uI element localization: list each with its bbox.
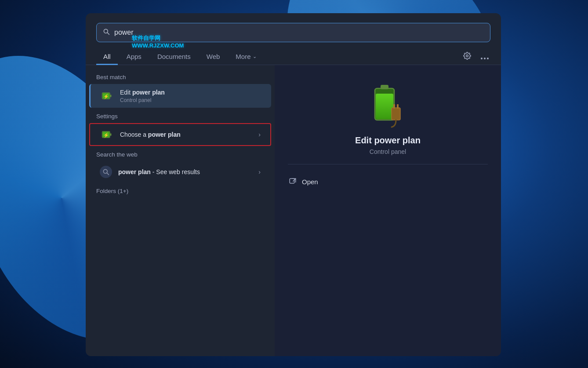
section-label-web: Search the web: [86, 151, 275, 161]
open-button[interactable]: Open: [288, 173, 318, 190]
content-area: Best match ⚡ Edit power plan Control pan…: [86, 65, 501, 356]
tab-apps[interactable]: Apps: [120, 49, 149, 65]
result-web-title: power plan - See web results: [118, 168, 252, 176]
section-search-web: Search the web power plan - See web resu…: [86, 151, 275, 182]
svg-rect-18: [376, 94, 393, 119]
section-label-folders: Folders (1+): [86, 188, 275, 198]
svg-text:⚡: ⚡: [103, 132, 109, 138]
tab-documents[interactable]: Documents: [150, 49, 198, 65]
svg-point-2: [466, 55, 468, 57]
search-input[interactable]: [114, 29, 484, 36]
arrow-right-icon: ›: [258, 131, 261, 138]
result-choose-power-plan-text: Choose a power plan: [120, 131, 252, 138]
tab-web[interactable]: Web: [200, 49, 227, 65]
svg-point-5: [487, 58, 489, 59]
tab-more[interactable]: More ⌄: [229, 49, 263, 65]
open-label: Open: [302, 178, 318, 186]
svg-point-4: [484, 58, 486, 59]
section-settings: Settings ⚡ Choose a power plan ›: [86, 113, 275, 146]
web-search-icon: [100, 166, 112, 178]
svg-point-3: [481, 58, 483, 59]
result-edit-power-plan-subtitle: Control panel: [120, 97, 261, 103]
right-panel: Edit power plan Control panel Open: [275, 65, 501, 356]
result-edit-power-plan-title: Edit power plan: [120, 88, 261, 96]
section-label-settings: Settings: [86, 113, 275, 123]
result-web-text: power plan - See web results: [118, 168, 252, 176]
chevron-down-icon: ⌄: [253, 54, 257, 59]
result-choose-power-plan-title: Choose a power plan: [120, 131, 252, 138]
svg-line-15: [107, 173, 109, 175]
svg-rect-19: [392, 108, 400, 120]
battery-plug-icon-small: ⚡: [100, 89, 114, 103]
open-external-icon: [288, 177, 298, 186]
detail-title: Edit power plan: [355, 135, 421, 146]
result-edit-power-plan[interactable]: ⚡ Edit power plan Control panel: [89, 84, 271, 108]
search-input-wrapper[interactable]: [96, 23, 490, 42]
tab-all[interactable]: All: [96, 49, 118, 65]
detail-icon-area: [366, 83, 410, 127]
section-folders: Folders (1+): [86, 188, 275, 198]
search-icon: [103, 28, 110, 37]
svg-line-1: [107, 33, 109, 34]
search-panel: All Apps Documents Web More ⌄: [86, 13, 501, 356]
detail-subtitle: Control panel: [370, 148, 406, 155]
svg-rect-20: [393, 104, 395, 109]
svg-rect-7: [110, 95, 112, 97]
result-web-power-plan[interactable]: power plan - See web results ›: [89, 161, 271, 182]
tabs-row: All Apps Documents Web More ⌄: [86, 49, 501, 65]
battery-composite-icon: [366, 83, 410, 127]
svg-text:⚡: ⚡: [103, 94, 109, 99]
battery-settings-icon: ⚡: [100, 128, 114, 142]
tabs-icons-area: [461, 50, 490, 64]
result-edit-power-plan-text: Edit power plan Control panel: [120, 88, 261, 103]
search-bar-row: [86, 13, 501, 49]
web-arrow-right-icon: ›: [258, 168, 261, 175]
left-panel: Best match ⚡ Edit power plan Control pan…: [86, 65, 275, 356]
tab-more-label: More: [236, 53, 250, 60]
svg-rect-11: [110, 134, 112, 136]
detail-divider: [288, 164, 488, 164]
more-options-btn[interactable]: [479, 51, 490, 63]
settings-icon-btn[interactable]: [461, 50, 473, 64]
svg-rect-17: [381, 85, 388, 89]
svg-rect-21: [397, 104, 399, 109]
section-label-best-match: Best match: [86, 74, 275, 84]
result-choose-power-plan[interactable]: ⚡ Choose a power plan ›: [89, 123, 271, 146]
